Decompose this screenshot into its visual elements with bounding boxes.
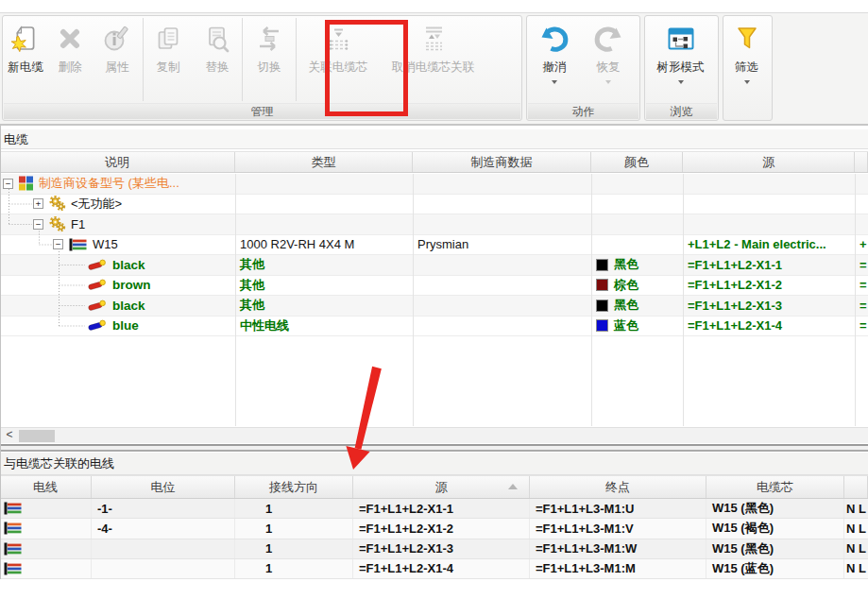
- manufacturer-cell: [413, 214, 591, 234]
- description-cell: − F1: [0, 214, 235, 234]
- collapse-toggle-icon[interactable]: −: [53, 239, 63, 249]
- color-cell: 蓝色: [591, 317, 683, 336]
- potential-cell: [92, 559, 235, 578]
- copy-icon: [152, 23, 184, 55]
- description-cell: − 制造商设备型号 (某些电...: [0, 174, 235, 194]
- type-cell: 其他: [235, 276, 413, 296]
- color-cell: 黑色: [591, 255, 683, 275]
- source-cell-value: =F1+L1+L2-X1-2: [359, 522, 453, 536]
- cable-row[interactable]: brown其他棕色=F1+L1+L2-X1-2=: [0, 276, 868, 297]
- tree-item-label: brown: [112, 278, 151, 292]
- replace-button-label: 替换: [206, 60, 230, 76]
- description-cell: blue: [0, 317, 235, 336]
- cable-section-title: 电缆: [0, 129, 868, 149]
- dropdown-caret-icon[interactable]: [552, 80, 557, 84]
- unlink-cores-icon: [417, 23, 450, 55]
- cable-row[interactable]: − W151000 R2V-RH 4X4 MPrysmian+L1+L2 - M…: [0, 235, 868, 256]
- target-cell-value: =F1+L1+L3-M1:U: [536, 502, 634, 516]
- scrollbar-left-arrow-icon[interactable]: <: [2, 428, 17, 443]
- wire-stripes-icon: [3, 542, 23, 556]
- type-cell: 1000 R2V-RH 4X4 M: [235, 235, 413, 255]
- wires-column-header[interactable]: 接线方向: [235, 476, 353, 498]
- cable-column-header[interactable]: 制造商数据: [413, 152, 591, 172]
- collapse-toggle-icon[interactable]: −: [3, 179, 13, 189]
- target-cell-value: =F1+L1+L3-M1:V: [536, 522, 634, 536]
- cable-column-header[interactable]: [855, 152, 868, 172]
- copy-button[interactable]: 复制: [144, 16, 193, 105]
- type-value: 其他: [240, 277, 264, 294]
- source-cell: =F1+L1+L2-X1-4: [353, 559, 530, 578]
- phase-cell: N L: [844, 559, 868, 578]
- wires-column-header[interactable]: 电位: [92, 476, 235, 498]
- cable-column-header[interactable]: 说明: [0, 152, 235, 172]
- tree-item-label: black: [112, 299, 145, 313]
- switch-button[interactable]: 切换: [243, 16, 296, 105]
- ribbon-group-browse: 树形模式浏览: [644, 15, 719, 121]
- wires-column-header[interactable]: [844, 476, 868, 498]
- type-cell: [235, 174, 413, 194]
- wires-column-header[interactable]: 终点: [530, 476, 706, 498]
- source-cell: [683, 174, 855, 194]
- dropdown-caret-icon[interactable]: [678, 80, 684, 84]
- target-cell: +: [855, 235, 868, 255]
- new-cable-button[interactable]: 新电缆: [3, 16, 48, 105]
- undo-button[interactable]: 撤消: [527, 16, 582, 105]
- phase-cell: N L: [844, 499, 868, 518]
- scrollbar-thumb[interactable]: [19, 430, 55, 442]
- direction-cell: 1: [235, 519, 353, 538]
- wire-row[interactable]: 1=F1+L1+L2-X1-4=F1+L1+L3-M1:MW15 (蓝色)N L: [0, 559, 868, 579]
- replace-icon: [201, 23, 233, 55]
- direction-cell: 1: [235, 539, 353, 558]
- filter-button-label: 筛选: [735, 60, 758, 76]
- delete-button[interactable]: 删除: [48, 16, 92, 105]
- cable-row[interactable]: blue中性电线蓝色=F1+L1+L2-X1-4=: [0, 317, 868, 337]
- cable-core-cell: W15 (蓝色): [706, 559, 844, 578]
- target-cell: =: [855, 276, 868, 296]
- wires-column-header[interactable]: 电缆芯: [706, 476, 844, 498]
- description-cell: brown: [0, 276, 235, 296]
- cable-row[interactable]: black其他黑色=F1+L1+L2-X1-1=: [0, 255, 868, 276]
- cable-core-cell: W15 (黑色): [706, 539, 844, 558]
- pane-splitter[interactable]: [0, 444, 868, 452]
- color-cell: [591, 235, 683, 255]
- horizontal-scrollbar[interactable]: <: [0, 427, 868, 443]
- dropdown-caret-icon[interactable]: [605, 80, 611, 84]
- direction-cell: 1: [235, 559, 353, 578]
- tree-item-label: F1: [71, 217, 85, 231]
- type-cell: 其他: [235, 255, 413, 275]
- target-cell: [855, 214, 868, 234]
- wire-row[interactable]: 1=F1+L1+L2-X1-3=F1+L1+L3-M1:WW15 (黑色)N L: [0, 539, 868, 559]
- redo-button[interactable]: 恢复: [582, 16, 635, 105]
- replace-button[interactable]: 替换: [193, 16, 242, 105]
- type-cell: 其他: [235, 296, 413, 316]
- cable-row[interactable]: black其他黑色=F1+L1+L2-X1-3=: [0, 296, 868, 317]
- cable-row[interactable]: − F1: [0, 214, 868, 235]
- wire-row[interactable]: -1-1=F1+L1+L2-X1-1=F1+L1+L3-M1:UW15 (黑色)…: [0, 499, 868, 519]
- collapse-toggle-icon[interactable]: −: [33, 219, 43, 230]
- properties-button[interactable]: 属性: [92, 16, 143, 105]
- wires-column-header[interactable]: 电线: [0, 476, 92, 498]
- expand-toggle-icon[interactable]: +: [33, 198, 43, 209]
- cable-column-header[interactable]: 源: [683, 152, 855, 172]
- dropdown-caret-icon[interactable]: [744, 80, 750, 84]
- properties-icon: [101, 23, 133, 55]
- cable-column-header[interactable]: 类型: [235, 152, 413, 172]
- potential-cell-value: -1-: [97, 502, 112, 516]
- wire-row[interactable]: -4-1=F1+L1+L2-X1-2=F1+L1+L3-M1:VW15 (褐色)…: [0, 519, 868, 539]
- cable-column-header[interactable]: 颜色: [591, 152, 683, 172]
- source-value: +L1+L2 - Main electric...: [688, 237, 826, 251]
- wire-stripes-icon: [3, 522, 23, 535]
- filter-button[interactable]: 筛选: [723, 16, 770, 105]
- wire-icon-cell: [0, 499, 92, 518]
- redo-icon: [592, 23, 624, 55]
- cable-row[interactable]: − 制造商设备型号 (某些电...: [0, 174, 868, 195]
- color-cell: 棕色: [591, 276, 683, 296]
- manufacturer-cell: [413, 174, 591, 194]
- wires-column-header[interactable]: 源: [353, 476, 530, 498]
- source-cell: [683, 195, 855, 214]
- wire-icon: [86, 258, 108, 272]
- cable-row[interactable]: + <无功能>: [0, 195, 868, 215]
- wires-table-header: 电线电位接线方向源终点电缆芯: [0, 475, 868, 499]
- color-name: 黑色: [614, 297, 638, 314]
- tree-mode-button[interactable]: 树形模式: [645, 16, 716, 105]
